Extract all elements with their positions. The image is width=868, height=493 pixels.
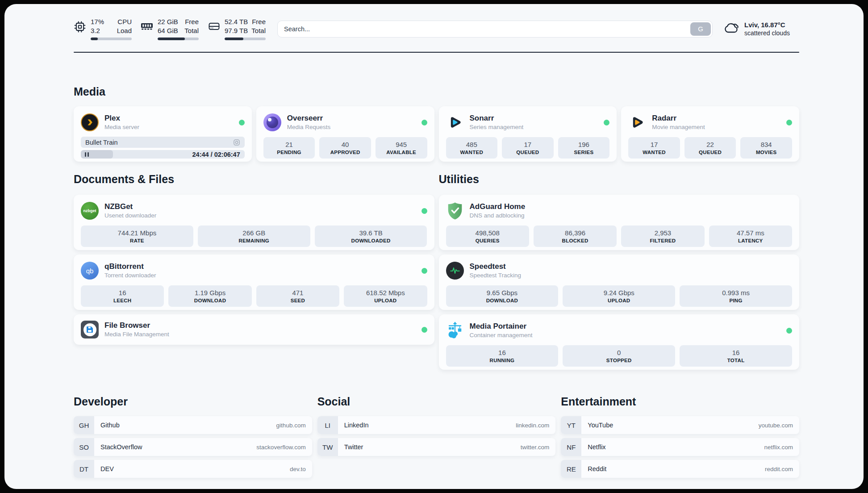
bookmark-dev[interactable]: DT DEV dev.to: [74, 460, 312, 478]
cpu-load: 3.2: [91, 26, 100, 35]
app-card-qbittorrent[interactable]: qb qBittorrent Torrent downloader 16LEEC…: [74, 255, 434, 310]
app-name: Radarr: [652, 114, 705, 123]
bookmark-name: LinkedIn: [344, 422, 369, 429]
twitter-icon: TW: [317, 438, 338, 456]
section-title-social: Social: [317, 396, 556, 407]
cpu-widget: 17%CPU 3.2Load: [74, 17, 132, 40]
bookmark-github[interactable]: GH Github github.com: [74, 416, 312, 434]
stat-value: 618.52 Mbps: [366, 289, 405, 297]
stat-box: 0.993 msPING: [680, 285, 792, 307]
bookmarks-developer: Developer GH Github github.com SO StackO…: [74, 396, 312, 478]
cpu-progress-fill: [91, 38, 98, 40]
search-engine-button[interactable]: G: [690, 22, 711, 36]
app-subtitle: Series management: [470, 123, 524, 131]
app-subtitle: Container management: [470, 331, 533, 339]
stat-label: UPLOAD: [374, 298, 396, 303]
stat-label: DOWNLOADED: [351, 238, 391, 243]
stat-label: RATE: [130, 238, 144, 243]
bookmark-url: dev.to: [290, 466, 306, 472]
netflix-icon: NF: [561, 438, 581, 456]
status-dot: [421, 268, 427, 274]
bookmark-reddit[interactable]: RE Reddit reddit.com: [561, 460, 799, 478]
stat-value: 498,508: [476, 229, 500, 237]
app-card-adguard[interactable]: AdGuard Home DNS and adblocking 498,508Q…: [439, 195, 800, 250]
bookmark-url: linkedin.com: [516, 422, 549, 429]
bookmark-url: youtube.com: [759, 422, 793, 429]
youtube-icon: YT: [561, 416, 581, 434]
app-subtitle: Media server: [104, 123, 139, 131]
bookmark-twitter[interactable]: TW Twitter twitter.com: [317, 438, 556, 456]
stat-label: PING: [729, 298, 742, 303]
app-subtitle: Media File Management: [104, 330, 169, 338]
bookmark-name: DEV: [100, 465, 114, 472]
playback-time: 24:44 / 02:06:47: [192, 150, 240, 159]
app-subtitle: Media Requests: [287, 123, 331, 131]
playback-progress-fill: [81, 150, 113, 159]
bookmark-name: YouTube: [588, 422, 613, 429]
linkedin-icon: LI: [317, 416, 338, 434]
status-dot: [421, 327, 427, 333]
stat-value: 1.19 Gbps: [195, 289, 225, 297]
stat-value: 16: [119, 289, 126, 297]
weather-widget[interactable]: Lviv, 16.87°C scattered clouds: [724, 21, 799, 37]
stat-label: RUNNING: [490, 358, 515, 363]
stat-box: 834MOVIES: [740, 137, 792, 159]
stat-label: STOPPED: [606, 358, 632, 363]
stat-label: QUEUED: [699, 150, 722, 155]
stat-label: APPROVED: [330, 150, 360, 155]
bookmark-stackoverflow[interactable]: SO StackOverflow stackoverflow.com: [74, 438, 312, 456]
bookmarks-social: Social LI LinkedIn linkedin.com TW Twitt…: [317, 396, 556, 478]
bookmark-linkedin[interactable]: LI LinkedIn linkedin.com: [317, 416, 556, 434]
bookmark-name: Reddit: [588, 465, 606, 472]
search-input[interactable]: [277, 21, 713, 38]
stat-value: 0: [617, 349, 621, 357]
cpu-label-1: CPU: [117, 17, 132, 26]
stat-label: LEECH: [113, 298, 131, 303]
stat-label: LATENCY: [738, 238, 763, 243]
bookmark-url: stackoverflow.com: [256, 444, 305, 451]
section-title-media: Media: [74, 86, 799, 97]
now-playing-icon: [233, 139, 240, 146]
app-card-speedtest[interactable]: Speedtest Speedtest Tracking 9.65 GbpsDO…: [439, 255, 800, 310]
app-card-sonarr[interactable]: Sonarr Series management 485WANTED 17QUE…: [439, 106, 617, 162]
playback-progress-bar[interactable]: 24:44 / 02:06:47: [81, 150, 245, 159]
bookmarks-area: Developer GH Github github.com SO StackO…: [74, 396, 799, 478]
stat-box: 17WANTED: [628, 137, 680, 159]
bookmark-name: StackOverflow: [100, 443, 142, 451]
status-dot: [604, 120, 609, 125]
stat-box: 86,396BLOCKED: [534, 226, 617, 247]
stat-box: 196SERIES: [558, 137, 610, 159]
app-card-portainer[interactable]: Media Portainer Container management 16R…: [439, 314, 800, 370]
plex-icon: [81, 113, 99, 131]
stackoverflow-icon: SO: [74, 438, 94, 456]
stat-label: DOWNLOAD: [194, 298, 226, 303]
app-card-overseerr[interactable]: Overseerr Media Requests 21PENDING 40APP…: [256, 106, 434, 162]
dashboard-page: 17%CPU 3.2Load 22 GiBFree: [4, 4, 864, 489]
app-card-nzbget[interactable]: nzbget NZBGet Usenet downloader 744.21 M…: [74, 195, 434, 250]
app-card-radarr[interactable]: Radarr Movie management 17WANTED 22QUEUE…: [621, 106, 799, 162]
stat-label: WANTED: [643, 150, 666, 155]
stat-box: 17QUEUED: [502, 137, 554, 159]
app-name: Media Portainer: [470, 322, 533, 331]
stat-box: 471SEED: [256, 285, 339, 307]
stat-value: 39.6 TB: [359, 229, 382, 237]
storage-label-1: Free: [252, 17, 266, 26]
app-card-filebrowser[interactable]: File Browser Media File Management: [74, 314, 434, 345]
app-card-plex[interactable]: Plex Media server Bullet Train: [74, 106, 252, 162]
memory-label-1: Free: [185, 17, 199, 26]
bookmark-youtube[interactable]: YT YouTube youtube.com: [561, 416, 799, 434]
stat-box: 618.52 MbpsUPLOAD: [344, 285, 427, 307]
bookmark-netflix[interactable]: NF Netflix netflix.com: [561, 438, 799, 456]
cpu-label-2: Load: [117, 26, 132, 35]
stat-box: 0STOPPED: [563, 345, 675, 367]
bookmark-url: twitter.com: [521, 444, 550, 451]
memory-free: 22 GiB: [158, 17, 178, 26]
stat-box: 9.65 GbpsDOWNLOAD: [446, 285, 559, 307]
stat-value: 196: [578, 141, 589, 149]
search-bar: G: [277, 21, 713, 38]
memory-widget: 22 GiBFree 64 GiBTotal: [141, 17, 199, 40]
bookmark-name: Github: [100, 422, 120, 429]
bookmarks-entertainment: Entertainment YT YouTube youtube.com NF …: [561, 396, 799, 478]
stat-value: 266 GB: [242, 229, 265, 237]
cpu-progress-track: [91, 38, 132, 40]
